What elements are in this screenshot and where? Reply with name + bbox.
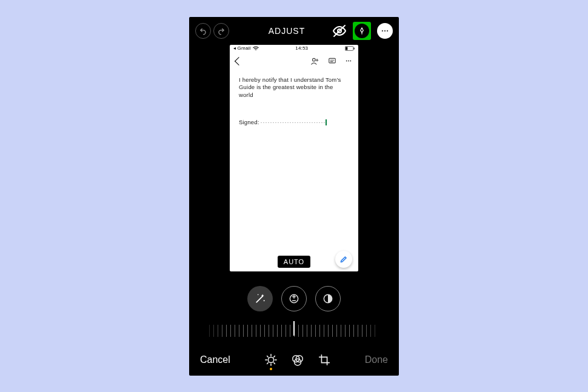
- svg-point-17: [258, 294, 259, 295]
- markup-pen-icon: [358, 27, 366, 35]
- eye-off-icon: [332, 24, 347, 38]
- doc-more-icon: ⋯: [346, 58, 352, 64]
- inset-doc-toolbar: ⋯: [230, 52, 358, 70]
- svg-line-29: [273, 362, 275, 364]
- undo-icon: [199, 27, 207, 35]
- doc-signature-line: Signed:: [239, 119, 349, 127]
- svg-line-31: [273, 356, 275, 357]
- markup-button-highlighted: [353, 22, 371, 40]
- svg-point-5: [387, 30, 388, 31]
- top-right-actions: [332, 22, 393, 40]
- svg-line-15: [256, 296, 262, 302]
- text-cursor: [326, 119, 327, 125]
- redo-icon: [217, 27, 226, 35]
- filters-tab[interactable]: [291, 353, 304, 367]
- status-back-app: ◂ Gmail: [233, 45, 259, 51]
- editing-image-preview[interactable]: ◂ Gmail 14:53 ⋯ I hereby notify that I u…: [230, 45, 358, 271]
- exposure-tool[interactable]: [281, 286, 307, 311]
- brilliance-tool[interactable]: [315, 286, 341, 311]
- more-button[interactable]: [377, 23, 393, 39]
- crop-tab[interactable]: [318, 353, 331, 367]
- auto-enhance-tool[interactable]: [247, 286, 273, 311]
- crop-icon: [318, 353, 331, 367]
- photo-editor-screen: ADJUST ◂ Gmail 14:53: [189, 17, 399, 376]
- magic-wand-icon: [254, 293, 266, 305]
- done-button[interactable]: Done: [365, 354, 388, 365]
- history-controls: [195, 23, 229, 39]
- svg-point-16: [264, 300, 265, 301]
- inset-edit-fab: [335, 251, 352, 268]
- redo-button[interactable]: [213, 23, 229, 39]
- svg-point-3: [382, 30, 383, 31]
- more-icon: [381, 27, 389, 35]
- adjust-dial-icon: [264, 353, 278, 367]
- editor-bottom-bar: Cancel Done: [189, 344, 399, 376]
- auto-chip: AUTO: [278, 256, 310, 268]
- status-back-app-label: ◂ Gmail: [233, 45, 251, 51]
- toggle-preview-button[interactable]: [332, 24, 347, 38]
- inset-status-bar: ◂ Gmail 14:53: [230, 45, 358, 52]
- dotted-line: [261, 122, 326, 123]
- svg-line-30: [267, 362, 268, 364]
- pencil-icon: [339, 255, 348, 264]
- adjust-slider[interactable]: [189, 321, 399, 341]
- cancel-button[interactable]: Cancel: [200, 354, 230, 365]
- status-battery: [345, 46, 355, 51]
- editor-top-bar: ADJUST: [189, 17, 399, 45]
- signed-label: Signed:: [239, 119, 259, 127]
- exposure-icon: [288, 293, 300, 305]
- markup-button[interactable]: [355, 24, 369, 38]
- status-time: 14:53: [295, 45, 308, 51]
- svg-rect-12: [329, 58, 336, 63]
- svg-line-28: [267, 356, 268, 357]
- wifi-icon: [253, 46, 259, 51]
- adjust-tool-row: [189, 277, 399, 321]
- adjust-tab[interactable]: [264, 353, 278, 367]
- filters-icon: [291, 353, 304, 367]
- svg-point-9: [313, 58, 316, 61]
- battery-icon: [345, 46, 355, 51]
- add-person-icon: [310, 57, 319, 65]
- doc-paragraph: I hereby notify that I understand Tom's …: [239, 76, 349, 99]
- svg-rect-8: [353, 47, 354, 49]
- undo-button[interactable]: [195, 23, 211, 39]
- brilliance-icon: [322, 293, 334, 305]
- comment-icon: [328, 57, 336, 65]
- mode-tabs: [264, 353, 331, 367]
- svg-point-4: [384, 30, 386, 31]
- inset-doc-body: I hereby notify that I understand Tom's …: [230, 70, 358, 133]
- back-icon: [235, 56, 243, 65]
- svg-rect-7: [346, 47, 347, 50]
- svg-point-23: [268, 357, 273, 362]
- editor-mode-title: ADJUST: [247, 26, 326, 36]
- slider-center-indicator: [293, 321, 295, 336]
